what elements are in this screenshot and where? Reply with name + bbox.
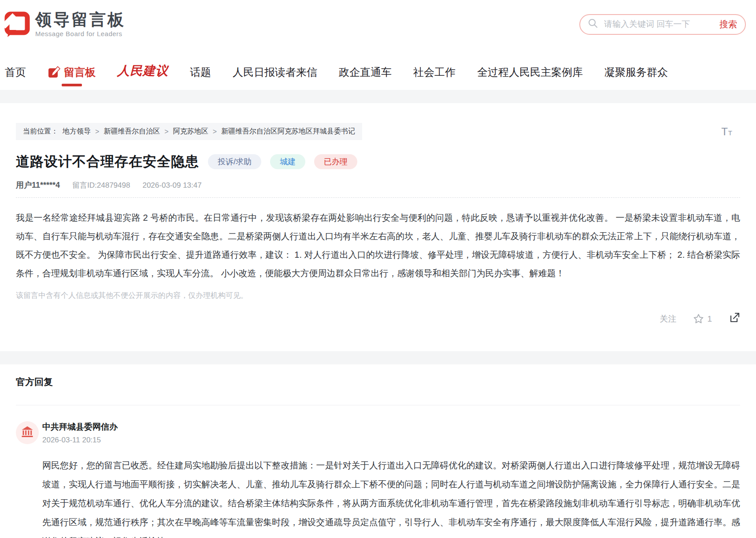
search-input[interactable] [603, 19, 714, 30]
government-building-icon [21, 425, 34, 440]
agency-avatar [16, 421, 39, 444]
dashed-divider [16, 197, 740, 198]
reply-header: 中共拜城县委网信办 2026-03-11 20:15 [42, 421, 740, 445]
breadcrumb-item-prefecture[interactable]: 阿克苏地区 [173, 127, 208, 136]
share-icon [729, 312, 740, 326]
section-divider [16, 405, 740, 405]
message-date: 2026-03-09 13:47 [142, 181, 201, 190]
star-count: 1 [707, 314, 712, 324]
nav-gov-enterprise[interactable]: 政企直通车 [339, 65, 392, 90]
reply-item: 中共拜城县委网信办 2026-03-11 20:15 网民您好，您的留言已收悉。… [16, 421, 740, 538]
main-nav: 首页 留言板 人民建议 话题 人民日报读者来信 政企直通车 社会工作 全过程人民… [0, 48, 756, 90]
nav-readers-letters[interactable]: 人民日报读者来信 [233, 65, 317, 90]
nav-home[interactable]: 首页 [5, 65, 26, 90]
message-author: 用户11*****4 [16, 180, 60, 190]
search-icon [588, 19, 598, 30]
tag-category: 投诉/求助 [208, 154, 261, 169]
nav-topics[interactable]: 话题 [190, 65, 211, 90]
breadcrumb-item-region[interactable]: 新疆维吾尔自治区 [104, 127, 160, 136]
message-meta: 用户11*****4 留言ID:24879498 2026-03-09 13:4… [16, 180, 740, 190]
message-title-row: 道路设计不合理存在安全隐患 投诉/求助 城建 已办理 [16, 152, 740, 171]
site-logo[interactable]: 领导留言板 Message Board for Leaders [4, 11, 126, 37]
breadcrumb-separator: > [164, 128, 168, 136]
agency-name: 中共拜城县委网信办 [42, 421, 740, 433]
message-body: 我是一名经常途经拜城县迎宾路 2 号桥的市民。在日常通行中，发现该桥梁存在两处影… [16, 208, 740, 282]
breadcrumb: 当前位置： 地方领导 > 新疆维吾尔自治区 > 阿克苏地区 > 新疆维吾尔自治区… [16, 123, 362, 140]
search-box: 搜索 [579, 14, 746, 35]
breadcrumb-separator: > [95, 128, 99, 136]
message-actions: 关注 1 [16, 312, 740, 326]
pen-board-icon [48, 66, 61, 79]
logo-text: 领导留言板 Message Board for Leaders [35, 11, 126, 37]
nav-message-board[interactable]: 留言板 [48, 65, 96, 90]
font-size-icon[interactable]: TT [721, 126, 732, 138]
page: 领导留言板 Message Board for Leaders 搜索 首页 [0, 0, 756, 538]
reply-body: 网民您好，您的留言已收悉。经住建局实地勘验后提出以下整改措施：一是针对关于人行道… [42, 456, 740, 538]
logo-subtitle: Message Board for Leaders [35, 30, 126, 37]
message-card: 当前位置： 地方领导 > 新疆维吾尔自治区 > 阿克苏地区 > 新疆维吾尔自治区… [0, 103, 756, 351]
official-reply-section: 官方回复 中共拜城县委网信办 2026-03-11 20:15 [0, 364, 756, 538]
divider-band [0, 90, 756, 103]
tag-status: 已办理 [314, 154, 357, 169]
nav-democracy-cases[interactable]: 全过程人民民主案例库 [477, 65, 583, 90]
breadcrumb-row: 当前位置： 地方领导 > 新疆维吾尔自治区 > 阿克苏地区 > 新疆维吾尔自治区… [16, 123, 740, 140]
reply-date: 2026-03-11 20:15 [42, 436, 740, 445]
nav-message-board-label: 留言板 [64, 65, 96, 79]
reply-section-heading: 官方回复 [16, 376, 740, 388]
nav-serve-masses[interactable]: 凝聚服务群众 [604, 65, 668, 90]
site-header: 领导留言板 Message Board for Leaders 搜索 [0, 0, 756, 48]
privacy-note: 该留言中含有个人信息或其他不便公开展示的内容，仅办理机构可见。 [16, 290, 740, 301]
logo-icon [4, 11, 30, 37]
breadcrumb-prefix: 当前位置： [23, 127, 58, 136]
message-title: 道路设计不合理存在安全隐患 [16, 152, 199, 171]
divider-band [0, 351, 756, 364]
share-button[interactable] [729, 312, 740, 326]
follow-button[interactable]: 关注 [660, 313, 676, 325]
breadcrumb-item-leader[interactable]: 新疆维吾尔自治区阿克苏地区拜城县委书记 [221, 127, 355, 136]
tag-domain: 城建 [270, 154, 305, 169]
nav-social-work[interactable]: 社会工作 [413, 65, 456, 90]
message-id: 留言ID:24879498 [72, 180, 130, 190]
star-button[interactable]: 1 [693, 313, 712, 324]
breadcrumb-separator: > [213, 128, 217, 136]
search-button[interactable]: 搜索 [719, 19, 737, 30]
nav-people-suggestions[interactable]: 人民建议 [117, 63, 168, 90]
logo-title: 领导留言板 [35, 11, 126, 29]
star-icon [693, 313, 704, 324]
breadcrumb-item-local-leaders[interactable]: 地方领导 [63, 127, 91, 136]
